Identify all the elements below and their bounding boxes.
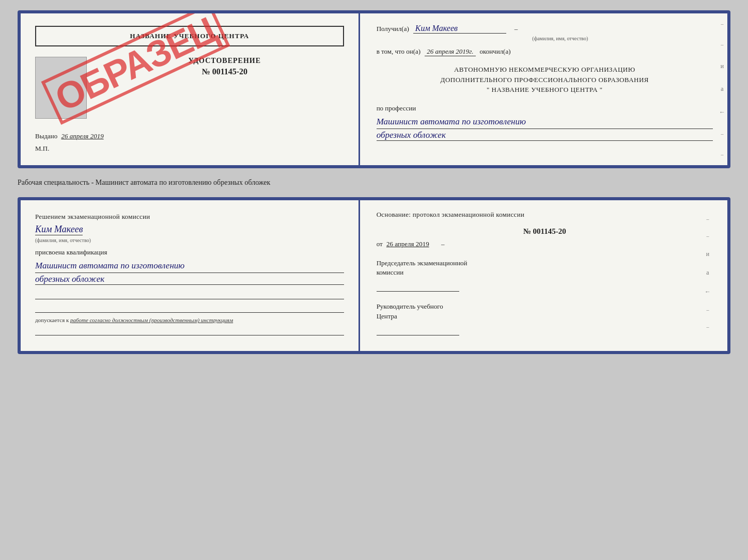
mp-text: М.П.: [35, 145, 344, 153]
org-line1: АВТОНОМНУЮ НЕКОММЕРЧЕСКУЮ ОРГАНИЗАЦИЮ: [377, 65, 713, 75]
profession-line2: обрезных обложек: [377, 130, 713, 141]
org-line2: ДОПОЛНИТЕЛЬНОГО ПРОФЕССИОНАЛЬНОГО ОБРАЗО…: [377, 75, 713, 85]
chairman-block: Председатель экзаменационной комиссии: [377, 259, 713, 292]
chairman-signature-line: [377, 281, 459, 292]
poluchil-label: Получил(а): [377, 25, 409, 33]
bottom-fio-name: Ким Макеев: [35, 224, 83, 235]
fio-label-top: (фамилия, имя, отчество): [408, 36, 713, 41]
date-ot-line: от 26 апреля 2019 –: [377, 240, 713, 248]
middle-caption: Рабочая специальность - Машинист автомат…: [18, 177, 730, 189]
kvali-line2: обрезных обложек: [35, 274, 344, 285]
bottom-right-inner: Основание: протокол экзаменационной коми…: [377, 211, 713, 335]
org-line3: " НАЗВАНИЕ УЧЕБНОГО ЦЕНТРА ": [377, 85, 713, 95]
profession-line1: Машинист автомата по изготовлению: [377, 115, 713, 129]
v-tom-label: в том, что он(а): [377, 47, 421, 56]
center-name-box: НАЗВАНИЕ УЧЕБНОГО ЦЕНТРА: [35, 26, 344, 46]
center-name-text: НАЗВАНИЕ УЧЕБНОГО ЦЕНТРА: [130, 32, 250, 40]
udostoverenie-label: УДОСТОВЕРЕНИЕ: [105, 57, 344, 65]
top-doc-right: Получил(а) Ким Макеев – (фамилия, имя, о…: [360, 13, 727, 165]
poluchil-name: Ким Макеев: [413, 24, 506, 34]
photo-placeholder: [35, 57, 87, 119]
middle-caption-text: Рабочая специальность - Машинист автомат…: [18, 179, 270, 186]
poluchil-line: Получил(а) Ким Макеев –: [377, 24, 713, 34]
udostoverenie-number: № 001145-20: [105, 67, 344, 76]
dopuskaetsya-text: допускается к работе согласно должностны…: [35, 317, 344, 323]
v-tom-line: в том, что он(а) 26 апреля 2019г. окончи…: [377, 47, 713, 56]
top-doc-left: НАЗВАНИЕ УЧЕБНОГО ЦЕНТРА УДОСТОВЕРЕНИЕ №…: [21, 13, 360, 165]
bottom-fio-label: (фамилия, имя, отчество): [35, 237, 344, 243]
dopuskaetsya-prefix: допускается к: [35, 317, 69, 323]
empty-line-2: [35, 302, 344, 313]
resheniem-text: Решением экзаменационной комиссии: [35, 213, 344, 221]
dash-1: –: [515, 25, 518, 33]
date-ot-label: от: [377, 240, 383, 248]
chairman-line2: комиссии: [377, 268, 713, 277]
okonchil-label: окончил(а): [480, 47, 511, 56]
protocol-number: № 001145-20: [377, 227, 713, 236]
vydano-date: 26 апреля 2019: [61, 132, 104, 140]
date-dash: –: [441, 240, 445, 248]
bottom-document: Решением экзаменационной комиссии Ким Ма…: [18, 197, 730, 354]
bottom-doc-right: Основание: протокол экзаменационной коми…: [360, 200, 727, 351]
rukovod-block: Руководитель учебного Центра: [377, 302, 713, 335]
v-tom-date: 26 апреля 2019г.: [425, 47, 475, 56]
right-edge-marks: – – и а ← – –: [717, 13, 727, 165]
bottom-right-edge-marks: – – и а ← – –: [703, 211, 713, 335]
po-professii-label: по профессии: [377, 104, 713, 113]
kvali-line1: Машинист автомата по изготовлению: [35, 259, 344, 273]
date-ot-value: 26 апреля 2019: [386, 240, 429, 248]
empty-line-1: [35, 289, 344, 299]
bottom-doc-left: Решением экзаменационной комиссии Ким Ма…: [21, 200, 360, 351]
rukovod-line1: Руководитель учебного: [377, 302, 713, 311]
vydano-label: Выдано: [35, 132, 57, 140]
rukovod-signature-line: [377, 325, 459, 335]
rukovod-title: Руководитель учебного Центра: [377, 302, 713, 321]
empty-line-3: [35, 325, 344, 335]
top-document: НАЗВАНИЕ УЧЕБНОГО ЦЕНТРА УДОСТОВЕРЕНИЕ №…: [18, 10, 730, 168]
vydano-line: Выдано 26 апреля 2019: [35, 132, 344, 140]
org-block: АВТОНОМНУЮ НЕКОММЕРЧЕСКУЮ ОРГАНИЗАЦИЮ ДО…: [377, 65, 713, 95]
osnov-text: Основание: протокол экзаменационной коми…: [377, 211, 713, 219]
chairman-title: Председатель экзаменационной комиссии: [377, 259, 713, 277]
rukovod-line2: Центра: [377, 312, 713, 321]
dopuskaetsya-main: работе согласно должностным (производств…: [70, 317, 233, 323]
chairman-line1: Председатель экзаменационной: [377, 259, 713, 268]
prisvoena-text: присвоена квалификация: [35, 248, 344, 257]
